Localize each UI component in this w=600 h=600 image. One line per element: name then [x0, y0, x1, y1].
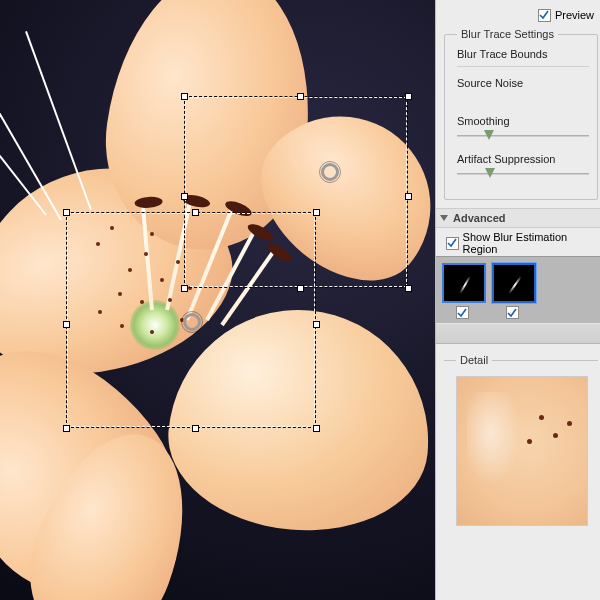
advanced-legend: Advanced — [453, 212, 506, 224]
blur-trace-legend: Blur Trace Settings — [457, 28, 558, 40]
blur-trace-2-checkbox[interactable] — [506, 306, 519, 319]
blur-trace-bounds-label: Blur Trace Bounds — [457, 48, 589, 60]
advanced-header[interactable]: Advanced — [435, 208, 600, 228]
show-regions-checkbox[interactable] — [446, 237, 459, 250]
blur-trace-2[interactable] — [492, 263, 536, 319]
show-regions-label: Show Blur Estimation Region — [463, 231, 600, 255]
preview-image — [0, 0, 435, 600]
detail-legend: Detail — [456, 354, 492, 366]
blur-trace-1[interactable] — [442, 263, 486, 319]
artifact-slider[interactable] — [457, 169, 589, 183]
smoothing-label: Smoothing — [457, 115, 589, 127]
blur-trace-1-checkbox[interactable] — [456, 306, 469, 319]
detail-group: Detail — [444, 354, 598, 534]
preview-checkbox[interactable] — [538, 9, 551, 22]
smoothing-slider[interactable] — [457, 131, 589, 145]
detail-preview — [456, 376, 588, 526]
disclosure-triangle-icon — [440, 215, 448, 221]
preview-label: Preview — [555, 9, 594, 21]
artifact-label: Artifact Suppression — [457, 153, 589, 165]
blur-trace-settings-group: Blur Trace Settings Blur Trace Bounds So… — [444, 28, 598, 200]
settings-panel: Preview Blur Trace Settings Blur Trace B… — [435, 0, 600, 600]
source-noise-label: Source Noise — [457, 77, 589, 89]
image-canvas[interactable] — [0, 0, 435, 600]
blur-trace-thumbnails — [435, 256, 600, 324]
